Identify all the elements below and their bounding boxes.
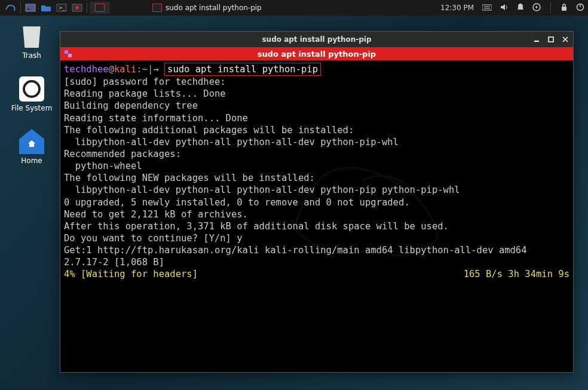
terminal-tab-title: sudo apt install python-pip	[258, 50, 376, 59]
desktop-icons: Trash File System Home	[11, 24, 53, 165]
desktop-icon-label: Home	[11, 156, 53, 165]
output-line: Recommended packages:	[64, 148, 569, 160]
prompt-host: kali	[114, 64, 136, 75]
prompt-at: @	[109, 64, 114, 75]
terminal-window: sudo apt install python-pip sudo apt ins…	[60, 31, 574, 373]
svg-rect-18	[68, 54, 72, 57]
home-folder-icon	[19, 129, 44, 154]
volume-icon[interactable]	[500, 4, 509, 13]
panel-left: >_ sudo apt install python-pip	[4, 1, 267, 14]
prompt-line: techdhee@kali:~|→ sudo apt install pytho…	[64, 63, 569, 76]
output-line: python-wheel	[64, 160, 569, 172]
window-controls	[532, 32, 569, 47]
svg-point-5	[75, 6, 79, 10]
prompt-user: techdhee	[64, 64, 109, 75]
taskbar-workspace-thumb[interactable]	[90, 2, 110, 14]
progress-rate: 165 B/s 3h 34min 9s	[464, 268, 569, 280]
keyboard-icon[interactable]	[482, 4, 492, 13]
file-manager-icon[interactable]	[39, 1, 53, 14]
desktop-icon-label: Trash	[11, 51, 53, 60]
output-line: libpython-all-dev python-all python-all-…	[64, 184, 569, 196]
svg-rect-17	[65, 50, 68, 54]
output-line: Get:1 http://ftp.harukasan.org/kali kali…	[64, 244, 569, 268]
svg-rect-14	[549, 37, 553, 42]
desktop-icon-trash[interactable]: Trash	[11, 24, 53, 60]
close-button[interactable]	[561, 35, 569, 44]
desktop-icon-home[interactable]: Home	[11, 129, 53, 165]
window-title: sudo apt install python-pip	[262, 35, 371, 44]
progress-line: 4% [Waiting for headers] 165 B/s 3h 34mi…	[64, 268, 569, 280]
desktop-icon-label: File System	[11, 104, 53, 112]
command-highlight-box: sudo apt install python-pip	[164, 63, 321, 76]
prompt-sep: |	[148, 64, 153, 75]
panel-right: 12:30 PM	[440, 2, 584, 13]
show-desktop-icon[interactable]	[23, 1, 38, 14]
taskbar-item-terminal[interactable]: sudo apt install python-pip	[147, 2, 267, 14]
panel-separator	[20, 2, 21, 13]
terminal-body[interactable]: techdhee@kali:~|→ sudo apt install pytho…	[60, 60, 573, 283]
power-manager-icon[interactable]	[532, 3, 541, 13]
svg-rect-1	[27, 8, 30, 10]
window-titlebar[interactable]: sudo apt install python-pip	[60, 32, 573, 47]
kazam-icon[interactable]	[70, 1, 84, 14]
kali-menu-icon[interactable]	[4, 1, 18, 14]
taskbar-item-label: sudo apt install python-pip	[166, 4, 262, 12]
panel-separator	[87, 2, 87, 13]
output-line: After this operation, 3,371 kB of additi…	[64, 220, 569, 232]
clock[interactable]: 12:30 PM	[440, 4, 474, 12]
svg-text:>_: >_	[59, 5, 66, 11]
maximize-button[interactable]	[547, 35, 555, 44]
output-line: Need to get 2,121 kB of archives.	[64, 208, 569, 220]
output-line: Do you want to continue? [Y/n] y	[64, 232, 569, 244]
command-text: sudo apt install python-pip	[167, 64, 318, 75]
logout-icon[interactable]	[576, 3, 584, 13]
output-line: Reading state information... Done	[64, 112, 569, 124]
svg-rect-6	[482, 5, 492, 10]
progress-status: 4% [Waiting for headers]	[64, 269, 198, 280]
svg-rect-10	[562, 7, 566, 11]
disk-icon	[19, 76, 44, 102]
lock-icon[interactable]	[561, 3, 568, 13]
desktop-icon-filesystem[interactable]: File System	[11, 76, 53, 112]
output-line: [sudo] password for techdhee:	[64, 76, 569, 88]
panel-separator	[550, 2, 551, 13]
prompt-path: ~	[142, 64, 148, 75]
output-line: The following NEW packages will be insta…	[64, 172, 569, 184]
output-line: libpython-all-dev python-all python-all-…	[64, 136, 569, 148]
workspace-thumb-icon	[95, 4, 105, 12]
output-line: Reading package lists... Done	[64, 88, 569, 100]
output-line: The following additional packages will b…	[64, 124, 569, 136]
prompt-colon: :	[136, 64, 142, 75]
top-panel: >_ sudo apt install python-pip 12:30 PM	[0, 0, 588, 16]
terminal-tab-bar: sudo apt install python-pip	[60, 47, 573, 60]
notification-bell-icon[interactable]	[517, 3, 524, 13]
trash-icon	[19, 24, 44, 49]
svg-rect-0	[26, 4, 35, 11]
output-line: 0 upgraded, 5 newly installed, 0 to remo…	[64, 196, 569, 208]
minimize-button[interactable]	[532, 35, 541, 44]
taskbar-app-icon	[152, 4, 162, 12]
terminal-launcher-icon[interactable]: >_	[54, 1, 69, 14]
tab-icon	[64, 50, 72, 58]
prompt-arrow: →	[153, 64, 158, 75]
output-line: Building dependency tree	[64, 100, 569, 112]
